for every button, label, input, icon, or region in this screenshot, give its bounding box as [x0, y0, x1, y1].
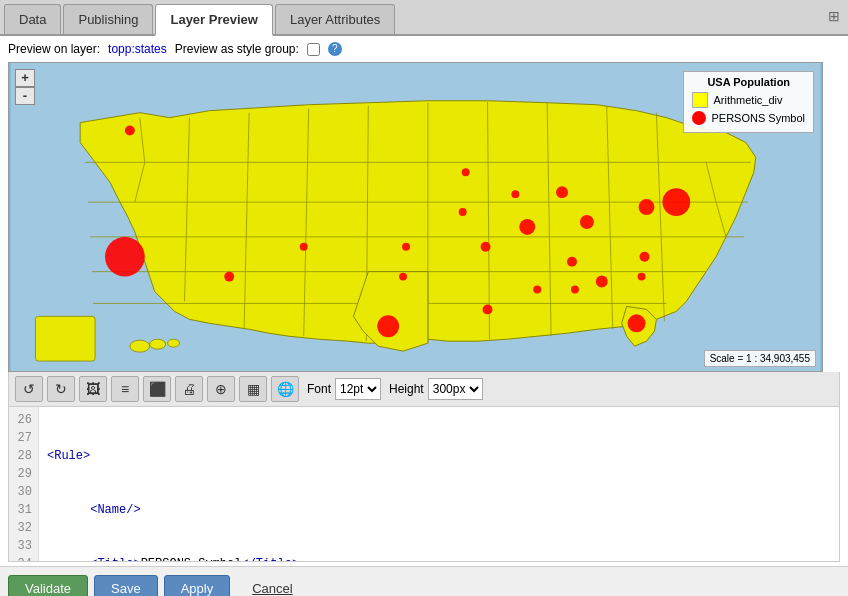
svg-point-39	[511, 190, 519, 198]
zoom-in-button[interactable]: +	[15, 69, 35, 87]
svg-point-40	[462, 168, 470, 176]
height-select[interactable]: 300px 400px 500px 200px	[428, 378, 483, 400]
svg-point-24	[377, 315, 399, 337]
save-button[interactable]: Save	[94, 575, 158, 596]
style-group-label: Preview as style group:	[175, 42, 299, 56]
code-editor[interactable]: 26 27 28 29 30 31 32 33 34 35 36 <Rule> …	[8, 407, 840, 562]
svg-point-30	[556, 186, 568, 198]
font-label: Font	[307, 382, 331, 396]
svg-point-32	[640, 252, 650, 262]
chart-button[interactable]: ⬛	[143, 376, 171, 402]
height-label: Height	[389, 382, 424, 396]
svg-point-41	[459, 208, 467, 216]
map-container: + - USA Population Arithmetic_div PERSON…	[8, 62, 823, 372]
svg-point-28	[580, 215, 594, 229]
map-legend: USA Population Arithmetic_div PERSONS Sy…	[683, 71, 814, 133]
layer-link[interactable]: topp:states	[108, 42, 167, 56]
scale-info: Scale = 1 : 34,903,455	[704, 350, 816, 367]
cancel-button[interactable]: Cancel	[236, 576, 308, 596]
svg-point-44	[533, 286, 541, 294]
svg-point-25	[662, 188, 690, 216]
zoom-controls: + -	[15, 69, 35, 105]
tab-publishing[interactable]: Publishing	[63, 4, 153, 34]
legend-title: USA Population	[692, 76, 805, 88]
svg-point-35	[300, 243, 308, 251]
globe-button[interactable]: 🌐	[271, 376, 299, 402]
svg-point-22	[168, 339, 180, 347]
font-select[interactable]: 12pt 14pt 16pt 10pt	[335, 378, 381, 400]
svg-point-29	[639, 199, 655, 215]
preview-header: Preview on layer: topp:states Preview as…	[8, 42, 840, 56]
svg-rect-19	[35, 316, 95, 361]
zoom-out-button[interactable]: -	[15, 87, 35, 105]
code-content: <Rule> <Name/> <Title>PERSONS Symbol</Ti…	[39, 407, 839, 562]
svg-point-43	[399, 273, 407, 281]
list-button[interactable]: ≡	[111, 376, 139, 402]
legend-circle-persons	[692, 111, 706, 125]
content-area: Preview on layer: topp:states Preview as…	[0, 36, 848, 566]
tab-data[interactable]: Data	[4, 4, 61, 34]
svg-point-46	[638, 273, 646, 281]
legend-label-arithmetic: Arithmetic_div	[713, 94, 782, 106]
svg-point-38	[483, 304, 493, 314]
tab-layer-preview[interactable]: Layer Preview	[155, 4, 272, 36]
bottom-bar: Validate Save Apply Cancel	[0, 566, 848, 596]
grid-icon: ⊞	[828, 8, 840, 24]
svg-point-34	[224, 272, 234, 282]
svg-point-31	[596, 276, 608, 288]
svg-point-37	[567, 257, 577, 267]
svg-point-23	[105, 237, 145, 277]
svg-point-42	[402, 243, 410, 251]
reset-button[interactable]: ↺	[15, 376, 43, 402]
tabs-bar: Data Publishing Layer Preview Layer Attr…	[0, 0, 848, 36]
nav-button[interactable]: ⊕	[207, 376, 235, 402]
toolbar: ↺ ↻ 🖼 ≡ ⬛ 🖨 ⊕ ▦ 🌐 Font 12pt 14pt 16pt 10…	[8, 372, 840, 407]
help-icon[interactable]: ?	[328, 42, 342, 56]
code-lines: 26 27 28 29 30 31 32 33 34 35 36 <Rule> …	[9, 407, 839, 562]
svg-point-45	[571, 286, 579, 294]
legend-label-persons: PERSONS Symbol	[711, 112, 805, 124]
svg-point-21	[150, 339, 166, 349]
validate-button[interactable]: Validate	[8, 575, 88, 596]
line-numbers: 26 27 28 29 30 31 32 33 34 35 36	[9, 407, 39, 562]
svg-point-27	[519, 219, 535, 235]
svg-point-20	[130, 340, 150, 352]
svg-point-26	[628, 314, 646, 332]
refresh-button[interactable]: ↻	[47, 376, 75, 402]
legend-item-persons: PERSONS Symbol	[692, 111, 805, 125]
image-button[interactable]: ▦	[239, 376, 267, 402]
preview-label: Preview on layer:	[8, 42, 100, 56]
style-group-checkbox[interactable]	[307, 43, 320, 56]
print-button[interactable]: 🖨	[175, 376, 203, 402]
svg-point-33	[125, 126, 135, 136]
screenshot-button[interactable]: 🖼	[79, 376, 107, 402]
svg-point-36	[481, 242, 491, 252]
legend-item-arithmetic: Arithmetic_div	[692, 92, 805, 108]
apply-button[interactable]: Apply	[164, 575, 231, 596]
tab-layer-attributes[interactable]: Layer Attributes	[275, 4, 395, 34]
legend-box-arithmetic	[692, 92, 708, 108]
